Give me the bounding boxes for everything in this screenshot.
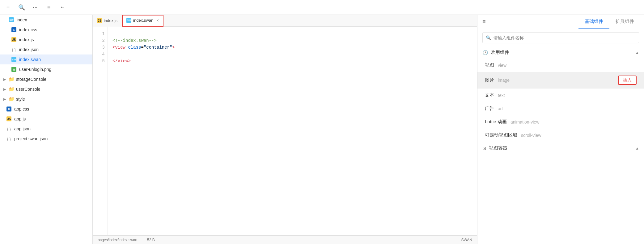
tab-index-swan[interactable]: SW index.swan × [122, 15, 163, 27]
sidebar-label-project-json: project.swan.json [14, 136, 48, 141]
component-cn-lottie: Lottie 动画 [485, 119, 507, 125]
component-en-ad: ad [498, 106, 503, 111]
toolbar: + 🔍 ··· ≡ ← [0, 0, 644, 15]
folder-icon-3: 📁 [9, 96, 14, 102]
swan-tab-icon: SW [126, 18, 131, 23]
insert-button[interactable]: 插入 [618, 76, 637, 85]
js-tab-icon: JS [97, 18, 102, 23]
common-section-label: 常用组件 [491, 50, 509, 55]
component-cn-view: 视图 [485, 62, 494, 68]
tab-basic-components[interactable]: 基础组件 [578, 15, 609, 29]
sidebar-label-user-png: user-unlogin.png [19, 67, 51, 72]
line-numbers: 1 2 3 4 5 [93, 27, 108, 235]
chevron-up-icon: ▲ [635, 50, 639, 55]
sidebar-label-style: style [16, 97, 25, 102]
sidebar-item-index-json[interactable]: { } index.json [0, 45, 92, 54]
line-num-5: 5 [95, 58, 105, 64]
component-item-scroll-view[interactable]: 可滚动视图区域 scroll-view [477, 129, 644, 142]
sidebar-label-index-js: index.js [19, 37, 34, 42]
view-container-label: 视图容器 [489, 145, 507, 151]
component-item-text[interactable]: 文本 text [477, 89, 644, 102]
line-num-1: 1 [95, 30, 105, 37]
hamburger-icon[interactable]: ≡ [482, 19, 486, 25]
sidebar-label-app-json: app.json [14, 126, 31, 131]
sidebar-item-index-swan[interactable]: SW index.swan [0, 54, 92, 64]
more-button[interactable]: ··· [31, 3, 40, 12]
sidebar-item-app-json[interactable]: { } app.json [0, 124, 92, 134]
sidebar-item-user-png[interactable]: ▦ user-unlogin.png [0, 64, 92, 74]
right-panel-header: ≡ 基础组件 扩展组件 [477, 15, 644, 29]
tab-extended-components[interactable]: 扩展组件 [609, 15, 640, 29]
chevron-up-icon-2: ▲ [635, 146, 639, 150]
sidebar-label-index-dir: index [17, 17, 27, 22]
component-cn-ad: 广告 [485, 106, 494, 111]
tab-label-index-swan: index.swan [133, 18, 153, 23]
sidebar-item-storage-console[interactable]: ▶ 📁 storageConsole [0, 74, 92, 84]
sidebar: SW index C index.css JS index.js { } ind… [0, 15, 93, 244]
view-container-icon: ⊡ [482, 146, 486, 151]
view-container-header[interactable]: ⊡ 视图容器 ▲ [477, 142, 644, 154]
component-cn-text: 文本 [485, 92, 494, 98]
menu-button[interactable]: ≡ [44, 3, 53, 12]
tab-close-button[interactable]: × [156, 18, 159, 23]
component-en-image: image [498, 78, 510, 83]
line-num-2: 2 [95, 37, 105, 44]
back-button[interactable]: ← [58, 3, 67, 12]
sidebar-label-index-json: index.json [19, 47, 39, 52]
sidebar-item-index-js[interactable]: JS index.js [0, 35, 92, 45]
search-icon: 🔍 [486, 35, 491, 40]
add-button[interactable]: + [4, 3, 12, 12]
component-cn-image: 图片 [485, 77, 494, 83]
sidebar-label-index-css: index.css [19, 27, 37, 32]
css-file-icon: C [11, 27, 17, 33]
folder-icon: 📁 [9, 76, 14, 82]
swan-file-icon: SW [11, 57, 17, 62]
sidebar-label-app-css: app.css [14, 107, 29, 111]
component-search-input[interactable] [494, 35, 636, 40]
component-item-image[interactable]: 图片 image 插入 [477, 72, 644, 89]
swan-icon: SW [9, 17, 14, 23]
arrow-right-icon-3: ▶ [2, 97, 7, 101]
right-panel-tabs: 基础组件 扩展组件 [488, 15, 640, 29]
js-file-icon-2: JS [6, 116, 12, 122]
sidebar-label-user-console: userConsole [16, 87, 40, 92]
sidebar-label-index-swan: index.swan [19, 57, 41, 62]
component-search[interactable]: 🔍 [482, 32, 639, 43]
tab-label-index-js: index.js [104, 18, 117, 23]
component-item-view[interactable]: 视图 view [477, 59, 644, 72]
tab-extended-label: 扩展组件 [616, 19, 634, 24]
search-button[interactable]: 🔍 [17, 3, 26, 12]
sidebar-item-app-css[interactable]: C app.css [0, 104, 92, 114]
status-path: pages/index/index.swan [98, 238, 137, 242]
json-file-icon: { } [11, 47, 17, 52]
main-layout: SW index C index.css JS index.js { } ind… [0, 15, 644, 244]
line-num-3: 3 [95, 44, 105, 51]
common-section-header[interactable]: 🕐 常用组件 ▲ [477, 46, 644, 59]
sidebar-label-app-js: app.js [14, 116, 26, 121]
code-editor: 1 2 3 4 5 <!--index.swan--> <view class=… [93, 27, 477, 235]
png-file-icon: ▦ [11, 67, 17, 72]
sidebar-item-project-json[interactable]: { } project.swan.json [0, 134, 92, 144]
tab-basic-label: 基础组件 [585, 19, 603, 24]
sidebar-item-index-css[interactable]: C index.css [0, 25, 92, 35]
component-en-text: text [498, 93, 505, 98]
tab-index-js[interactable]: JS index.js [93, 15, 122, 27]
component-item-lottie[interactable]: Lottie 动画 animation-view [477, 115, 644, 129]
folder-icon-2: 📁 [9, 86, 14, 92]
json-file-icon-2: { } [6, 126, 12, 132]
sidebar-item-user-console[interactable]: ▶ 📁 userConsole [0, 84, 92, 94]
status-lang: SWAN [461, 238, 472, 242]
component-en-scroll: scroll-view [521, 133, 541, 138]
code-content[interactable]: <!--index.swan--> <view class="container… [108, 27, 477, 235]
common-components-section: 🕐 常用组件 ▲ 视图 view 图片 image 插入 文本 text [477, 46, 644, 142]
sidebar-label-storage-console: storageConsole [16, 77, 46, 82]
sidebar-item-app-js[interactable]: JS app.js [0, 114, 92, 124]
sidebar-item-style[interactable]: ▶ 📁 style [0, 94, 92, 104]
component-item-ad[interactable]: 广告 ad [477, 102, 644, 115]
json-file-icon-3: { } [6, 136, 12, 142]
sidebar-item-index-dir[interactable]: SW index [0, 15, 92, 25]
right-panel: ≡ 基础组件 扩展组件 🔍 🕐 常用组件 ▲ [477, 15, 644, 244]
clock-icon: 🕐 [482, 50, 488, 55]
js-file-icon: JS [11, 37, 17, 42]
status-size: 52 B [147, 238, 155, 242]
